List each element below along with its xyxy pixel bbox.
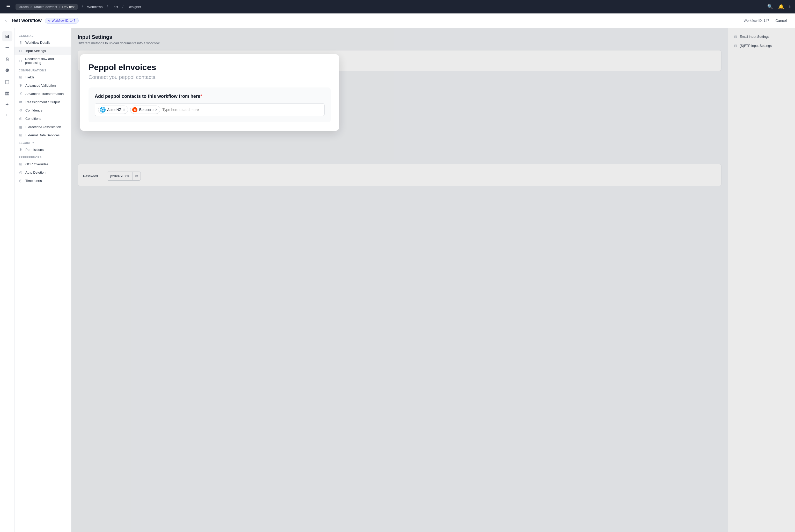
nav-fields[interactable]: ⊞ Fields xyxy=(15,73,71,81)
sidebar-users-icon[interactable]: ⚉ xyxy=(2,65,13,76)
nav-permissions[interactable]: ✱ Permissions xyxy=(15,146,71,154)
nav-extraction-label: Extraction/Classification xyxy=(25,125,61,129)
svg-text:B: B xyxy=(134,108,136,111)
advanced-transformation-icon: ⊻ xyxy=(19,92,23,96)
nav-fields-label: Fields xyxy=(25,75,34,79)
external-data-icon: ⊞ xyxy=(19,133,23,137)
sidebar-inbox-icon[interactable]: ☰ xyxy=(2,42,13,53)
fields-icon: ⊞ xyxy=(19,75,23,79)
confidence-icon: ⚙ xyxy=(19,108,23,112)
nav-input-settings-label: Input Settings xyxy=(25,49,46,53)
nav-document-flow-label: Document flow and processing xyxy=(25,57,67,65)
security-section-label: Security xyxy=(15,139,71,146)
workflow-details-icon: ¶ xyxy=(19,40,23,44)
nav-extraction[interactable]: ▦ Extraction/Classification xyxy=(15,122,71,131)
reassignment-icon: ⇄ xyxy=(19,100,23,104)
modal-subtitle: Connect you peppol contacts. xyxy=(89,74,331,80)
bestcorp-icon: B xyxy=(132,107,138,113)
permissions-icon: ✱ xyxy=(19,148,23,152)
configurations-section-label: Configurations xyxy=(15,67,71,73)
bell-icon[interactable]: 🔔 xyxy=(778,4,784,10)
nav-advanced-validation-label: Advanced Validation xyxy=(25,83,56,88)
sidebar-more-icon[interactable]: ··· xyxy=(2,518,13,529)
acme-icon xyxy=(100,107,106,113)
nav-external-data-label: External Data Services xyxy=(25,133,59,137)
back-button[interactable]: ‹ xyxy=(4,17,8,24)
ocr-icon: ⊞ xyxy=(19,162,23,166)
peppol-modal: Peppol eInvoices Connect you peppol cont… xyxy=(80,54,339,131)
info-icon[interactable]: ℹ xyxy=(789,4,791,10)
top-navigation: ☰ xtracta > Xtracta dev/test > Dev test … xyxy=(0,0,795,14)
nav-document-flow[interactable]: ⊟ Document flow and processing xyxy=(15,55,71,67)
nav-conditions-label: Conditions xyxy=(25,117,41,120)
cancel-button[interactable]: Cancel xyxy=(772,17,790,24)
conditions-icon: ◎ xyxy=(19,116,23,120)
nav-confidence-label: Confidence xyxy=(25,109,42,112)
tag-bestcorp: B Bestcorp × xyxy=(130,106,160,114)
nav-time-alerts[interactable]: ◷ Time alerts xyxy=(15,176,71,185)
time-alerts-icon: ◷ xyxy=(19,178,23,183)
nav-reassignment-label: Reassignment / Output xyxy=(25,100,60,104)
breadcrumb-xtracta[interactable]: xtracta xyxy=(19,5,29,9)
sidebar-document-icon[interactable]: ⎗ xyxy=(2,54,13,64)
nav-advanced-transformation-label: Advanced Transformation xyxy=(25,92,64,96)
nav-confidence[interactable]: ⚙ Confidence xyxy=(15,106,71,114)
svg-point-1 xyxy=(102,109,103,111)
breadcrumb-designer[interactable]: Designer xyxy=(128,5,141,9)
tag-acme-label: AcmeNZ xyxy=(107,108,121,112)
tag-acmenZ: AcmeNZ × xyxy=(98,106,128,114)
nav-workflow-details[interactable]: ¶ Workflow Details xyxy=(15,38,71,46)
sidebar-chart-icon[interactable]: ▦ xyxy=(2,88,13,98)
breadcrumb-devtest2[interactable]: Dev test xyxy=(62,5,75,9)
nav-auto-deletion[interactable]: ◎ Auto Deletion xyxy=(15,168,71,176)
tag-bestcorp-remove[interactable]: × xyxy=(155,108,157,112)
document-flow-icon: ⊟ xyxy=(19,59,22,63)
nav-permissions-label: Permissions xyxy=(25,148,44,152)
workflow-id-label: Workflow ID: 147 xyxy=(744,19,769,22)
advanced-validation-icon: ✱ xyxy=(19,83,23,88)
peppol-section: Add peppol contacts to this workflow fro… xyxy=(89,88,331,122)
workflow-title: Test workflow xyxy=(11,18,42,23)
nav-reassignment-output[interactable]: ⇄ Reassignment / Output xyxy=(15,98,71,106)
nav-actions: 🔍 🔔 ℹ xyxy=(767,4,791,10)
peppol-section-title: Add peppol contacts to this workflow fro… xyxy=(95,94,324,99)
nav-time-alerts-label: Time alerts xyxy=(25,179,42,183)
modal-title: Peppol eInvoices xyxy=(89,63,331,72)
nav-conditions[interactable]: ◎ Conditions xyxy=(15,114,71,122)
nav-auto-deletion-label: Auto Deletion xyxy=(25,171,45,174)
workflow-header: ‹ Test workflow Workflow ID: 147 Workflo… xyxy=(0,14,795,28)
sidebar-flow-icon[interactable]: ⑂ xyxy=(2,111,13,121)
auto-deletion-icon: ◎ xyxy=(19,170,23,174)
menu-icon[interactable]: ☰ xyxy=(4,3,13,11)
sidebar-grid-icon[interactable]: ⊞ xyxy=(2,31,13,41)
breadcrumb-test[interactable]: Test xyxy=(112,5,118,9)
peppol-tags-input[interactable]: AcmeNZ × B Bestcorp × xyxy=(95,103,324,116)
nav-advanced-validation[interactable]: ✱ Advanced Validation xyxy=(15,81,71,90)
nav-input-settings[interactable]: ⊟ Input Settings xyxy=(15,46,71,55)
sidebar-settings-icon[interactable]: ✦ xyxy=(2,99,13,110)
breadcrumb-devtest[interactable]: Xtracta dev/test xyxy=(34,5,57,9)
nav-ocr-label: OCR Overrides xyxy=(25,162,49,166)
nav-advanced-transformation[interactable]: ⊻ Advanced Transformation xyxy=(15,90,71,98)
breadcrumb: xtracta > Xtracta dev/test > Dev test xyxy=(16,4,78,10)
nav-external-data[interactable]: ⊞ External Data Services xyxy=(15,131,71,139)
icon-sidebar: ⊞ ☰ ⎗ ⚉ ◫ ▦ ✦ ⑂ ··· xyxy=(0,28,15,532)
tag-bestcorp-label: Bestcorp xyxy=(139,108,153,112)
workflow-id-badge: Workflow ID: 147 xyxy=(45,18,79,23)
tags-search-input[interactable] xyxy=(162,108,321,112)
sidebar-database-icon[interactable]: ◫ xyxy=(2,77,13,87)
search-icon[interactable]: 🔍 xyxy=(767,4,773,10)
extraction-icon: ▦ xyxy=(19,125,23,129)
nav-workflow-details-label: Workflow Details xyxy=(25,41,51,44)
nav-ocr-overrides[interactable]: ⊞ OCR Overrides xyxy=(15,160,71,168)
general-section-label: General xyxy=(15,32,71,38)
breadcrumb-workflows[interactable]: Workflows xyxy=(87,5,103,9)
nav-panel: General ¶ Workflow Details ⊟ Input Setti… xyxy=(15,28,72,532)
tag-acme-remove[interactable]: × xyxy=(123,108,125,112)
preferences-section-label: Preferences xyxy=(15,154,71,160)
input-settings-icon: ⊟ xyxy=(19,49,23,53)
